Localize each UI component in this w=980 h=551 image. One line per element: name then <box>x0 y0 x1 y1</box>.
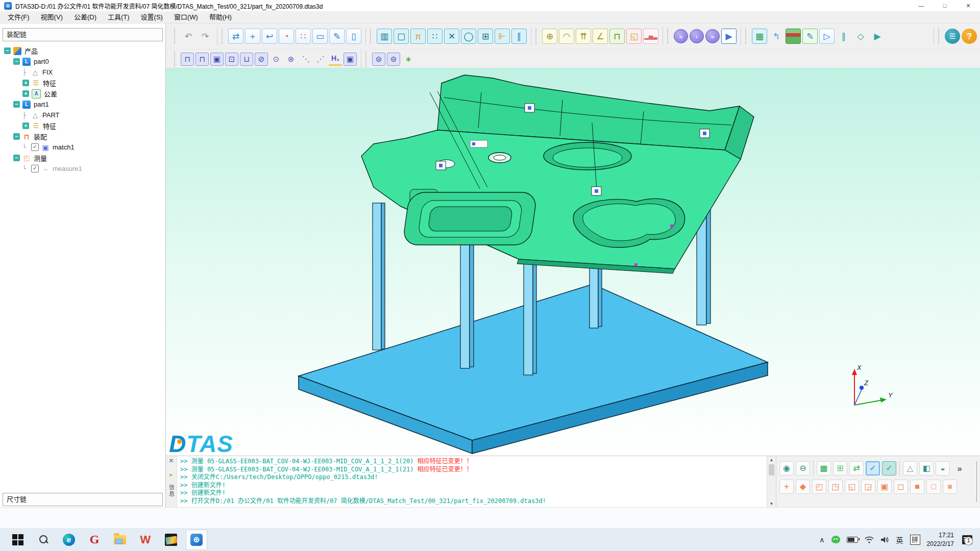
demo-monitor-icon[interactable]: ▶ <box>721 29 737 44</box>
wps-icon[interactable]: W <box>135 530 156 550</box>
tree-item-product[interactable]: −产品 <box>1 45 165 56</box>
tree-item-measure[interactable]: −◰测量 <box>1 153 165 163</box>
maximize-button[interactable]: □ <box>933 0 957 11</box>
menu-file[interactable]: 文件(F) <box>2 11 35 23</box>
slot-feature-icon[interactable]: ▥ <box>377 29 392 44</box>
show-eye-icon[interactable]: ◉ <box>779 461 794 475</box>
dtas3d-taskbar-icon[interactable]: ⊕ <box>186 530 207 550</box>
mirror-plane-icon[interactable]: ∥ <box>511 29 527 44</box>
position-tolerance-icon[interactable]: ⊕ <box>542 29 557 44</box>
wire-cube-view-icon[interactable]: □ <box>926 480 941 494</box>
front-view-icon[interactable]: ◰ <box>812 480 826 494</box>
expand-icon[interactable]: + <box>22 122 29 129</box>
corner-ruler-icon[interactable]: ◱ <box>626 29 642 44</box>
pillar-feature-icon[interactable]: π <box>410 29 426 44</box>
more-views-icon[interactable]: » <box>952 461 967 476</box>
match-table-a-icon[interactable]: ⊓ <box>181 53 194 66</box>
tree-item-part1[interactable]: −Lpart1 <box>1 99 165 110</box>
back-view-icon[interactable]: ▣ <box>877 480 892 494</box>
dimension-chain-header[interactable]: 尺寸链 <box>3 493 163 506</box>
sync-model-icon[interactable]: ⇄ <box>228 29 243 44</box>
apply-view-a-icon[interactable]: ✓ <box>866 461 880 475</box>
assembly-chain-header[interactable]: 装配链 <box>3 28 163 41</box>
ime-language-indicator[interactable]: 英 <box>896 535 903 545</box>
iso-view-icon[interactable]: ◆ <box>796 480 810 494</box>
manual-icon[interactable]: ☰ <box>945 29 960 44</box>
g-browser-icon[interactable]: G <box>84 530 105 550</box>
shapes-outline-icon[interactable]: △ <box>903 461 917 475</box>
tree-checkbox[interactable]: ✓ <box>31 143 39 151</box>
expand-icon[interactable]: + <box>22 80 29 86</box>
mirror-teal-icon[interactable]: ∥ <box>836 29 851 44</box>
quad-outline-icon[interactable]: ⊞ <box>833 461 847 475</box>
new-file-icon[interactable]: + <box>245 29 260 44</box>
fit-view-icon[interactable]: + <box>779 480 794 494</box>
menu-window[interactable]: 窗口(W) <box>168 11 204 23</box>
photos-icon[interactable] <box>160 530 182 550</box>
match-table-b-icon[interactable]: ⊓ <box>195 53 209 66</box>
notepad-gear-icon[interactable]: ✎ <box>802 29 818 44</box>
slope-tolerance-icon[interactable]: ∠ <box>593 29 608 44</box>
bottom-view-icon[interactable]: ◻ <box>894 480 908 494</box>
h1-datum-icon[interactable]: H₁ <box>329 53 342 66</box>
search-icon[interactable] <box>33 530 54 550</box>
link-back-icon[interactable]: ⋰ <box>314 53 327 66</box>
tree-item-assembly[interactable]: −⊓装配 <box>1 131 165 142</box>
point-face-icon[interactable]: ∷ <box>427 29 443 44</box>
swap-views-icon[interactable]: ⇄ <box>849 461 864 475</box>
menu-tools[interactable]: 工具(T) <box>102 11 135 23</box>
notification-center-icon[interactable]: 1 <box>961 534 974 545</box>
parallel-tolerance-icon[interactable]: ⇈ <box>576 29 591 44</box>
press-table-icon[interactable]: ⊓ <box>609 29 625 44</box>
dome-target-icon[interactable]: ◒ <box>936 461 950 475</box>
edit-doc-icon[interactable]: ✎ <box>329 29 345 44</box>
link-forward-icon[interactable]: ⋱ <box>299 53 312 66</box>
wifi-icon[interactable] <box>865 536 874 543</box>
battery-icon[interactable] <box>847 537 858 543</box>
hide-lens-icon[interactable]: ⊖ <box>796 461 810 475</box>
expand-icon[interactable]: + <box>22 90 29 97</box>
help-icon[interactable]: ? <box>962 29 977 44</box>
tree-item-match1[interactable]: └✓▣match1 <box>1 142 165 153</box>
ghost-cube-icon[interactable]: ⊘ <box>255 53 268 66</box>
console-scrollbar[interactable]: ▲ ▼ <box>767 456 776 508</box>
circle-face-icon[interactable]: ◯ <box>461 29 476 44</box>
menu-settings[interactable]: 设置(S) <box>135 11 168 23</box>
tree-item-feature-part1[interactable]: +☰特征 <box>1 120 165 131</box>
step-forward-icon[interactable]: » <box>705 29 720 43</box>
mesh-face-icon[interactable]: ⊞ <box>478 29 493 44</box>
report-doc-icon[interactable]: ◔ <box>279 29 294 44</box>
pocket-feature-icon[interactable]: ▢ <box>394 29 409 44</box>
tree-item-measure1[interactable]: └✓↔measure1 <box>1 163 165 174</box>
tree-item-part0[interactable]: −Lpart0 <box>1 56 165 67</box>
windows-start-icon[interactable] <box>7 530 29 550</box>
sheet-metal-part[interactable] <box>361 75 754 273</box>
ime-pinyin-indicator[interactable]: 拼 <box>910 535 920 545</box>
right-view-icon[interactable]: ◲ <box>861 480 875 494</box>
file-explorer-icon[interactable] <box>109 530 131 550</box>
console-tab-info[interactable]: 信息 <box>167 484 176 497</box>
collapse-icon[interactable]: − <box>13 133 20 140</box>
export-doc-icon[interactable]: ▷ <box>819 29 835 44</box>
molecule-cube-icon[interactable]: ⊡ <box>225 53 238 66</box>
atom-network-icon[interactable]: ⊛ <box>284 53 298 66</box>
redo-icon[interactable]: ↷ <box>198 29 213 44</box>
console-close-icon[interactable]: ✕ <box>168 457 174 464</box>
3d-viewport[interactable]: X Y Z DTAS <box>166 68 980 456</box>
menu-view[interactable]: 视图(V) <box>35 11 68 23</box>
cylinder-icon[interactable] <box>786 29 801 44</box>
quad-filled-icon[interactable]: ▦ <box>817 461 831 475</box>
collapse-icon[interactable]: − <box>13 101 20 108</box>
compare-doc-icon[interactable]: ∷ <box>296 29 311 44</box>
panel-doc-icon[interactable]: ▯ <box>346 29 361 44</box>
tree-item-tolerance[interactable]: +A公差 <box>1 88 165 99</box>
collapse-icon[interactable]: − <box>13 155 20 161</box>
histogram-icon[interactable]: ▂▅▃ <box>643 29 658 44</box>
solid-cube-view-icon[interactable]: ■ <box>910 480 924 494</box>
shaded-cube-view-icon[interactable]: ■ <box>943 480 957 494</box>
edge-icon[interactable]: e <box>58 530 80 550</box>
tree-item-feature-part0[interactable]: +☰特征 <box>1 78 165 88</box>
import-file-icon[interactable]: ↩ <box>262 29 277 44</box>
shapes-solid-icon[interactable]: ◧ <box>919 461 934 475</box>
angle-tolerance-icon[interactable]: ◠ <box>559 29 574 44</box>
